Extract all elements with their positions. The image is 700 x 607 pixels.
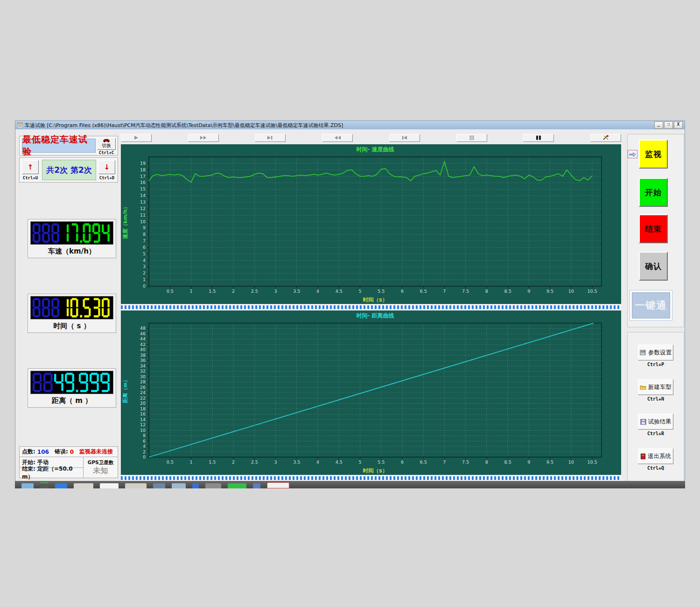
gps-value: 未知 bbox=[93, 466, 108, 476]
svg-text:15: 15 bbox=[140, 186, 146, 191]
taskbar-item[interactable] bbox=[21, 483, 34, 488]
run-up-button[interactable]: ↑ bbox=[22, 160, 39, 174]
taskbar-item[interactable] bbox=[172, 483, 186, 488]
svg-text:2.5: 2.5 bbox=[251, 459, 258, 465]
svg-text:6: 6 bbox=[401, 459, 404, 465]
taskbar-item[interactable] bbox=[40, 482, 49, 488]
taskbar-item[interactable] bbox=[55, 483, 67, 488]
run-down-shortcut: Ctrl+D bbox=[97, 176, 117, 180]
speed-7seg bbox=[30, 221, 113, 245]
switch-test-button[interactable]: 切换 bbox=[97, 138, 116, 150]
svg-text:7.5: 7.5 bbox=[462, 459, 469, 465]
end-button[interactable]: 结束 bbox=[639, 214, 668, 243]
svg-text:时间- 速度曲线: 时间- 速度曲线 bbox=[356, 146, 394, 153]
taskbar-item[interactable] bbox=[74, 483, 93, 488]
taskbar[interactable] bbox=[15, 481, 685, 488]
svg-text:32: 32 bbox=[140, 368, 146, 374]
svg-text:7: 7 bbox=[443, 459, 446, 465]
tools-button[interactable] bbox=[590, 134, 621, 142]
svg-text:22: 22 bbox=[140, 395, 146, 401]
svg-text:2: 2 bbox=[232, 459, 235, 465]
test-results-button[interactable]: 试验结果 bbox=[638, 414, 673, 430]
svg-text:28: 28 bbox=[140, 379, 146, 384]
chart-splitter-top[interactable] bbox=[121, 305, 621, 310]
svg-text:1: 1 bbox=[189, 289, 192, 294]
svg-text:13: 13 bbox=[140, 199, 146, 205]
play-button[interactable] bbox=[121, 134, 152, 142]
svg-text:6: 6 bbox=[143, 438, 146, 444]
time-7seg bbox=[30, 296, 113, 319]
svg-text:4.5: 4.5 bbox=[336, 289, 343, 294]
svg-text:3.5: 3.5 bbox=[293, 459, 300, 465]
taskbar-item[interactable] bbox=[228, 483, 246, 488]
svg-text:9: 9 bbox=[527, 459, 530, 465]
restore-button[interactable]: ❐ bbox=[664, 121, 673, 129]
start-button[interactable]: 开始 bbox=[639, 178, 668, 207]
chart-splitter-bottom[interactable] bbox=[121, 476, 621, 480]
svg-text:4: 4 bbox=[143, 258, 146, 263]
new-vehicle-label: 新建车型 bbox=[648, 383, 672, 391]
svg-text:9: 9 bbox=[143, 225, 146, 230]
svg-text:4: 4 bbox=[316, 289, 319, 294]
tools-icon bbox=[602, 135, 609, 141]
svg-text:5: 5 bbox=[143, 251, 146, 256]
status-row-counts: 点数: 106 错误: 0 监视器未连接 bbox=[19, 446, 118, 457]
fast-forward-icon bbox=[200, 135, 207, 140]
taskbar-item[interactable] bbox=[267, 482, 289, 488]
stop-button[interactable] bbox=[456, 134, 487, 142]
gps-cell: GPS卫星数 未知 bbox=[83, 457, 118, 478]
confirm-button[interactable]: 确认 bbox=[639, 252, 668, 281]
svg-text:8: 8 bbox=[485, 289, 488, 294]
taskbar-item[interactable] bbox=[192, 483, 199, 488]
parameter-settings-shortcut: Ctrl+P bbox=[628, 362, 684, 367]
taskbar-item[interactable] bbox=[205, 483, 221, 488]
close-button[interactable]: X bbox=[674, 121, 683, 129]
svg-text:48: 48 bbox=[140, 325, 146, 331]
exit-system-button[interactable]: 退出系统 bbox=[638, 448, 673, 464]
minimize-button[interactable]: _ bbox=[654, 121, 663, 129]
svg-text:10: 10 bbox=[140, 428, 146, 433]
taskbar-item[interactable] bbox=[153, 483, 165, 488]
svg-text:3: 3 bbox=[143, 264, 146, 269]
svg-text:速度（km/h）: 速度（km/h） bbox=[122, 204, 128, 240]
pause-button[interactable] bbox=[523, 134, 554, 142]
svg-text:时间（s）: 时间（s） bbox=[363, 296, 388, 303]
skip-to-end-button[interactable] bbox=[255, 134, 286, 142]
playback-toolbar bbox=[121, 133, 621, 142]
time-display-label: 时间（ s ） bbox=[28, 322, 116, 331]
new-vehicle-button[interactable]: 新建车型 bbox=[638, 379, 673, 395]
new-vehicle-icon bbox=[640, 384, 646, 390]
svg-text:1: 1 bbox=[189, 459, 192, 465]
svg-text:5.5: 5.5 bbox=[378, 459, 385, 465]
taskbar-item[interactable] bbox=[100, 483, 119, 488]
skip-to-end-icon bbox=[267, 135, 273, 140]
titlebar[interactable]: 车速试验 [C:\Program Files (x86)\Haust\PCM汽车… bbox=[15, 121, 685, 129]
taskbar-item[interactable] bbox=[125, 483, 147, 488]
exit-icon bbox=[640, 453, 646, 459]
taskbar-item[interactable] bbox=[253, 483, 260, 488]
parameter-settings-button[interactable]: 参数设置 bbox=[638, 345, 673, 360]
skip-to-start-button[interactable] bbox=[389, 134, 420, 142]
rewind-button[interactable] bbox=[322, 134, 353, 142]
window-title: 车速试验 [C:\Program Files (x86)\Haust\PCM汽车… bbox=[25, 122, 343, 129]
svg-text:44: 44 bbox=[140, 336, 146, 341]
svg-text:2: 2 bbox=[232, 289, 235, 294]
parameter-settings-label: 参数设置 bbox=[648, 349, 672, 357]
run-down-button[interactable]: ↓ bbox=[98, 160, 115, 174]
svg-text:10: 10 bbox=[568, 289, 574, 294]
svg-text:14: 14 bbox=[140, 417, 146, 422]
one-key-button[interactable]: 一键通 bbox=[632, 292, 670, 318]
speed-display: 车速（km/h） bbox=[28, 219, 116, 258]
onekey-wrap: 一键通 bbox=[630, 290, 672, 321]
svg-text:46: 46 bbox=[140, 331, 146, 336]
test-name-box: 最低稳定车速试验 切换 Ctrl+C bbox=[19, 136, 118, 155]
svg-text:11: 11 bbox=[140, 212, 146, 218]
svg-text:0.5: 0.5 bbox=[167, 289, 174, 294]
monitor-button[interactable]: 监视 bbox=[639, 140, 668, 169]
distance-display-label: 距离（ m ） bbox=[28, 396, 116, 405]
time-display: 时间（ s ） bbox=[28, 294, 116, 333]
svg-text:距离（m）: 距离（m） bbox=[122, 377, 128, 403]
switch-shortcut: Ctrl+C bbox=[96, 150, 117, 155]
svg-text:10: 10 bbox=[568, 459, 574, 465]
fast-forward-button[interactable] bbox=[188, 134, 219, 142]
